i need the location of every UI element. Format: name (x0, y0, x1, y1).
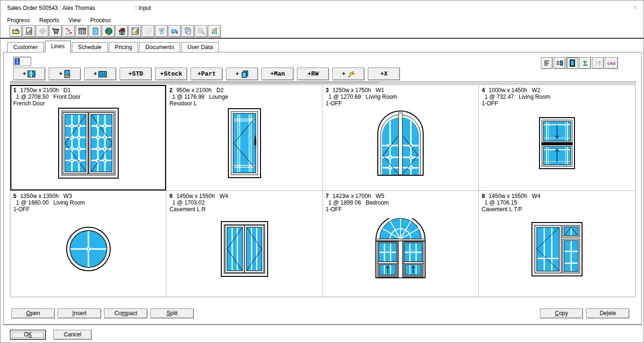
line-number-input[interactable]: 1 (13, 57, 31, 66)
green-chart-icon[interactable] (208, 25, 221, 37)
delete-button[interactable]: Delete (586, 309, 629, 318)
add-button-label: + (342, 70, 346, 77)
add-pennant-add-button[interactable]: + (332, 68, 365, 80)
split-button[interactable]: Split (150, 309, 194, 318)
line-cell-8[interactable]: 81450w x 1550hW41 @ 1706.15Casement L.T/… (479, 191, 635, 297)
line-room: Lounge (209, 94, 228, 100)
line-room: Living Room (366, 94, 397, 100)
line-cell-3[interactable]: 31250w x 1750hW11 @ 1270.69Living Room1-… (323, 85, 479, 191)
ok-button[interactable]: OK (10, 330, 46, 340)
line-room: Living Room (53, 199, 85, 206)
pennant-add-icon (347, 70, 355, 78)
wand-grid-icon[interactable] (195, 25, 208, 37)
line-room: Front Door (53, 94, 80, 100)
copy-page-icon[interactable] (182, 25, 194, 37)
line-number: 7 (326, 193, 329, 199)
line-cell-6[interactable]: 61450w x 1550hW41 @ 1703.02Casement L.R (166, 191, 322, 297)
report-chart-icon[interactable] (23, 25, 35, 37)
add-window-add-button[interactable]: + (13, 68, 45, 80)
table-icon[interactable] (76, 25, 88, 37)
menu-progress[interactable]: Progress (2, 16, 35, 24)
line-cell-1[interactable]: 11750w x 2100hD11 @ 2708.50Front DoorFre… (10, 85, 166, 191)
tab-documents[interactable]: Documents (139, 42, 180, 52)
list-window-view-button[interactable] (554, 57, 566, 69)
window-add-icon (27, 70, 36, 78)
line-qty-price: 1 @ 732.47Living Room (479, 94, 635, 100)
optimisation-view-button[interactable] (592, 57, 604, 69)
text-list-view-button[interactable] (541, 57, 553, 69)
add-man-button[interactable]: +Man (261, 68, 294, 80)
splitter-thumb[interactable] (10, 82, 379, 83)
add-x-button[interactable]: +X (368, 68, 400, 80)
line-number: 5 (13, 193, 17, 199)
add-stock-button[interactable]: +Stock (155, 68, 187, 80)
resi-door-drawing (166, 106, 322, 180)
copy-button[interactable]: Copy (540, 309, 583, 318)
window-title: Sales Order 500543 : Alex Thomas (7, 5, 96, 11)
titlebar: Sales Order 500543 : Alex Thomas : Input… (0, 0, 644, 15)
insert-button[interactable]: Insert (58, 309, 101, 318)
van-icon[interactable] (168, 25, 181, 37)
line-cell-2[interactable]: 2950w x 2100hD21 @ 1176.98LoungeResidoor… (166, 85, 322, 191)
menu-reports[interactable]: Reports (35, 16, 64, 24)
line-cell-4[interactable]: 41000w x 1450hW21 @ 732.47Living Room1-O… (479, 85, 635, 191)
arch-fan-drawing (323, 212, 479, 286)
line-code: W5 (376, 193, 384, 199)
tab-customer[interactable]: Customer (7, 42, 44, 52)
line-number: 6 (169, 193, 173, 199)
window-mode-label: : Input (135, 5, 151, 11)
parts-add-icon (241, 70, 249, 78)
door-icon[interactable] (89, 25, 102, 37)
plant-diagram-icon[interactable] (155, 25, 168, 37)
line-qty-price: 1 @ 1703.02 (166, 199, 322, 206)
line-qty-price: 1 @ 1660.00Living Room (10, 199, 166, 206)
add-std-button[interactable]: +STD (120, 68, 152, 80)
cad-view-button[interactable]: CAD (605, 57, 618, 69)
double-hung-drawing (479, 106, 635, 180)
bottom-separator (3, 325, 642, 325)
house-icon[interactable] (115, 25, 128, 37)
line-number: 2 (169, 87, 173, 94)
line-header: 11750w x 2100hD1 (10, 85, 166, 94)
close-icon[interactable]: ✕ (632, 4, 638, 11)
add-rw-button[interactable]: +RW (297, 68, 329, 80)
sigma-view-button[interactable]: Σ (579, 57, 591, 69)
tab-schedule[interactable]: Schedule (72, 42, 108, 52)
menu-process[interactable]: Process (86, 16, 115, 24)
cancel-button[interactable]: Cancel (53, 330, 92, 340)
add-parts-add-button[interactable]: + (226, 68, 258, 80)
tab-user-data[interactable]: User Data (181, 42, 219, 52)
app-window: Sales Order 500543 : Alex Thomas : Input… (0, 0, 644, 343)
line-code: D1 (63, 87, 70, 94)
line-cell-7[interactable]: 71423w x 1700hW51 @ 1899.06Bedroom1-OFF (323, 191, 479, 297)
diamond-icon[interactable] (36, 25, 49, 37)
line-number: 1 (13, 87, 17, 94)
main-toolbar (9, 25, 221, 38)
globe-icon[interactable] (102, 25, 115, 37)
line-size: 1750w x 2100h (20, 87, 59, 94)
add-button-label: +RW (307, 70, 318, 77)
add-mesh-add-button[interactable]: + (84, 68, 116, 80)
add-button-label: +Stock (160, 70, 183, 77)
open-folder-icon[interactable] (9, 25, 22, 37)
gantt-icon[interactable] (62, 25, 75, 37)
line-header: 2950w x 2100hD2 (166, 85, 322, 94)
cart-icon[interactable] (49, 25, 62, 37)
menu-view[interactable]: View (64, 16, 86, 24)
tab-lines[interactable]: Lines (45, 41, 71, 52)
line-cell-5[interactable]: 51350w x 1350hW31 @ 1660.00Living Room1-… (10, 191, 166, 297)
compact-button[interactable]: Compact (104, 309, 148, 318)
tab-pricing[interactable]: Pricing (109, 42, 139, 52)
casement-pair-drawing (166, 212, 322, 286)
window-view-view-button[interactable] (566, 57, 578, 69)
open-button[interactable]: Open (11, 309, 55, 318)
line-code: W1 (376, 87, 384, 94)
add-part-button[interactable]: +Part (191, 68, 223, 80)
line-size: 1423w x 1700h (332, 193, 371, 199)
line-qty-price: 1 @ 1899.06Bedroom (323, 199, 479, 206)
scatter-icon[interactable] (142, 25, 155, 37)
add-door-add-button[interactable]: + (49, 68, 81, 80)
picture-chart-icon[interactable] (129, 25, 141, 37)
tab-strip: CustomerLinesSchedulePricingDocumentsUse… (7, 41, 220, 52)
splitter-strip[interactable] (10, 81, 636, 84)
